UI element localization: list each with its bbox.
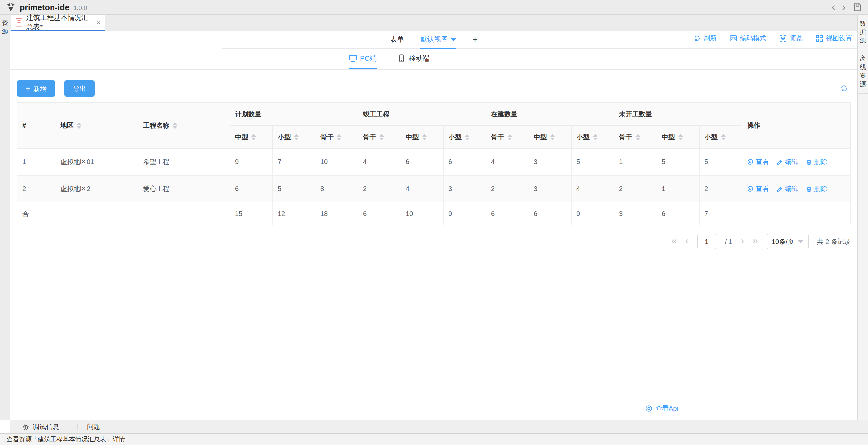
page-size-select[interactable]: 10条/页: [767, 234, 809, 249]
view-row-button[interactable]: 查看: [747, 158, 769, 166]
app-logo-icon: [6, 2, 16, 12]
sort-icon[interactable]: [294, 134, 299, 140]
plus-icon: +: [26, 85, 30, 92]
preview-eye-icon: [779, 35, 786, 42]
monitor-icon: [349, 55, 357, 62]
eye-icon: [747, 159, 753, 165]
export-button[interactable]: 导出: [64, 81, 95, 97]
tab-mobile[interactable]: 移动端: [398, 49, 429, 69]
code-window-icon: [730, 35, 737, 42]
view-tab-bar: 表单 默认视图 + 刷新: [10, 31, 858, 49]
sort-icon[interactable]: [678, 134, 683, 140]
sort-icon[interactable]: [422, 134, 427, 140]
code-mode-button[interactable]: 编码模式: [730, 34, 766, 43]
sort-icon[interactable]: [173, 122, 177, 129]
subcol-planned-medium[interactable]: 中型: [230, 126, 273, 149]
history-back-button[interactable]: ‹: [832, 2, 835, 13]
col-group-planned: 计划数量: [230, 103, 358, 126]
subcol-inconstruction-small[interactable]: 小型: [571, 126, 614, 149]
form-document-icon: [16, 18, 23, 27]
bug-icon: [22, 423, 29, 431]
list-icon: [76, 423, 83, 431]
summary-row: 合 - - 15 12 18 6 10 9 6 6 9 3 6 7 -: [18, 202, 850, 225]
sort-icon[interactable]: [465, 134, 469, 140]
subcol-inconstruction-medium[interactable]: 中型: [529, 126, 571, 149]
view-row-button[interactable]: 查看: [747, 184, 769, 193]
rail-item-datasource[interactable]: 数据源: [858, 15, 868, 50]
save-icon[interactable]: [853, 3, 862, 12]
view-settings-button[interactable]: 视图设置: [816, 34, 852, 43]
app-version: 1.0.0: [73, 3, 87, 11]
main-panel: 建筑工程基本情况汇总表* × 表单 默认视图 +: [10, 15, 858, 420]
subcol-planned-small[interactable]: 小型: [273, 126, 315, 149]
phone-icon: [398, 55, 405, 62]
trash-icon: [806, 186, 812, 192]
subcol-notstarted-medium[interactable]: 中型: [657, 126, 700, 149]
bottom-panel: 调试信息 问题: [10, 420, 868, 433]
sort-icon[interactable]: [721, 134, 725, 140]
pencil-icon: [777, 186, 783, 192]
delete-row-button[interactable]: 删除: [806, 184, 827, 193]
sort-icon[interactable]: [379, 134, 384, 140]
subcol-completed-backbone[interactable]: 骨干: [358, 126, 401, 149]
sort-icon[interactable]: [507, 134, 512, 140]
subcol-planned-backbone[interactable]: 骨干: [315, 126, 358, 149]
subcol-inconstruction-backbone[interactable]: 骨干: [486, 126, 529, 149]
trash-icon: [806, 159, 812, 165]
app-title: primeton-ide: [20, 3, 69, 12]
page-number-input[interactable]: [697, 234, 716, 249]
device-tab-bar: PC端 移动端: [10, 49, 858, 70]
tab-pc[interactable]: PC端: [349, 49, 377, 69]
file-tab-active[interactable]: 建筑工程基本情况汇总表* ×: [11, 15, 105, 31]
sort-icon[interactable]: [77, 122, 82, 129]
subcol-completed-medium[interactable]: 中型: [401, 126, 443, 149]
chevron-down-icon[interactable]: [451, 38, 456, 41]
preview-button[interactable]: 预览: [779, 34, 803, 43]
rail-item-offline-resources[interactable]: 离线资源: [858, 50, 868, 94]
view-toolbar: 刷新 编码模式 预览: [694, 34, 852, 43]
subcol-notstarted-backbone[interactable]: 骨干: [614, 126, 657, 149]
pagination: « ‹ / 1 › » 10条/页 共 2 条记录: [17, 234, 850, 249]
next-page-button[interactable]: ›: [741, 235, 744, 248]
add-view-button[interactable]: +: [472, 31, 477, 49]
refresh-button[interactable]: 刷新: [694, 34, 717, 43]
file-tab-strip: 建筑工程基本情况汇总表* ×: [10, 15, 858, 31]
col-group-not-started: 未开工数量: [614, 103, 742, 126]
prev-page-button[interactable]: ‹: [685, 235, 689, 248]
close-tab-icon[interactable]: ×: [96, 18, 101, 27]
left-rail: 资源: [0, 15, 10, 420]
sort-icon[interactable]: [636, 134, 640, 140]
sort-icon[interactable]: [251, 134, 256, 140]
history-forward-button[interactable]: ›: [842, 2, 846, 13]
col-header-region[interactable]: 地区: [56, 103, 138, 149]
subcol-completed-small[interactable]: 小型: [443, 126, 486, 149]
table-refresh-icon[interactable]: [840, 84, 848, 92]
file-tab-title: 建筑工程基本情况汇总表*: [26, 13, 93, 32]
view-api-link[interactable]: 查看Api: [645, 404, 678, 413]
edit-row-button[interactable]: 编辑: [777, 184, 798, 193]
col-header-actions: 操作: [742, 103, 850, 149]
sort-icon[interactable]: [593, 134, 597, 140]
edit-row-button[interactable]: 编辑: [777, 158, 798, 166]
chevron-down-icon: [798, 240, 803, 243]
rail-item-resources[interactable]: 资源: [0, 15, 10, 43]
col-group-completed: 竣工工程: [358, 103, 486, 126]
tab-default-view[interactable]: 默认视图: [420, 31, 456, 49]
problems-tab[interactable]: 问题: [76, 422, 100, 431]
tab-form[interactable]: 表单: [390, 31, 404, 49]
last-page-button[interactable]: »: [752, 235, 758, 248]
col-header-index: #: [18, 103, 56, 149]
data-table: # 地区 工程名称 计划数量 竣工工程 在建数量 未开工数量 操作 中型 小型 …: [17, 102, 850, 225]
total-records-label: 共 2 条记录: [817, 237, 850, 246]
eye-icon: [747, 186, 753, 192]
first-page-button[interactable]: «: [671, 235, 677, 248]
pencil-icon: [777, 159, 783, 165]
add-record-button[interactable]: + 新增: [17, 81, 55, 97]
sort-icon[interactable]: [550, 134, 555, 140]
sort-icon[interactable]: [337, 134, 341, 140]
delete-row-button[interactable]: 删除: [806, 158, 827, 166]
subcol-notstarted-small[interactable]: 小型: [700, 126, 742, 149]
debug-info-tab[interactable]: 调试信息: [22, 422, 59, 431]
col-header-project[interactable]: 工程名称: [138, 103, 230, 149]
eye-icon: [645, 405, 652, 412]
